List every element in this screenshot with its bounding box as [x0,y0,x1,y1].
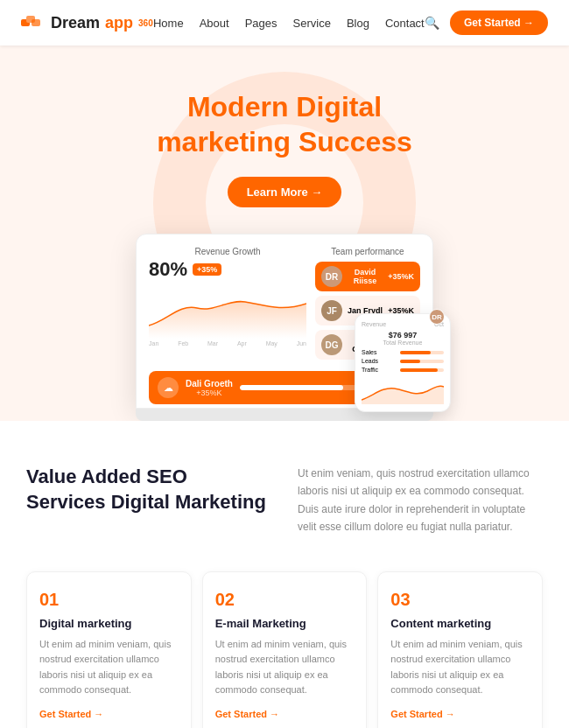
team-name-1: David Riisse [348,268,383,285]
nav-blog[interactable]: Blog [347,17,369,30]
team-label: Team performance [315,247,420,256]
nav-about[interactable]: About [200,17,229,30]
dash-progress-fill [240,385,343,390]
card-link-2[interactable]: Get Started → [215,709,355,719]
card-desc-1: Ut enim ad minim veniam, quis nostrud ex… [39,637,179,698]
logo-sup: 360 [138,18,153,28]
value-heading: Value Added SEO Services Digital Marketi… [26,465,271,514]
revenue-panel: Revenue Growth 80% +35% [149,247,306,364]
phone-item-1: Sales [362,349,444,355]
value-right: Ut enim veniam, quis nostrud exercitatio… [298,465,543,536]
revenue-badge: +35% [193,263,221,276]
phone-sub: Total Revenue [362,340,444,346]
revenue-label: Revenue Growth [149,247,306,256]
nav-home[interactable]: Home [153,17,184,30]
team-avatar-2: JF [321,300,342,321]
service-card-2: 02 E-mail Marketing Ut enim ad minim ven… [202,571,368,728]
logo-text: Dream [51,14,100,32]
nav-right: 🔍 Get Started → [425,10,548,35]
dash-bottom-icon: ☁ [158,377,179,398]
card-link-1[interactable]: Get Started → [39,709,179,719]
logo[interactable]: Dreamapp360 [21,14,153,32]
service-card-3: 03 Content marketing Ut enim ad minim ve… [377,571,543,728]
value-left: Value Added SEO Services Digital Marketi… [26,465,271,514]
card-title-2: E-mail Marketing [215,617,355,630]
svg-rect-2 [32,19,40,26]
logo-icon [21,14,46,32]
nav-pages[interactable]: Pages [245,17,277,30]
card-desc-3: Ut enim ad minim veniam, quis nostrud ex… [390,637,530,698]
nav-service[interactable]: Service [293,17,331,30]
search-icon[interactable]: 🔍 [425,16,439,30]
phone-stat-value: $76 997 [362,331,444,340]
phone-item-3: Traffic [362,367,444,373]
revenue-value: 80% +35% [149,258,306,281]
phone-avatar: DR [429,309,445,325]
phone-items: Sales Leads Traffic [362,349,444,373]
card-num-1: 01 [39,590,179,610]
phone-stat-label: Revenue [362,321,386,327]
hero-learn-more-button[interactable]: Learn More → [228,177,342,207]
card-title-1: Digital marketing [39,617,179,630]
revenue-chart [149,286,306,339]
phone-item-2: Leads [362,358,444,364]
nav-contact[interactable]: Contact [385,17,425,30]
service-cards: 01 Digital marketing Ut enim ad minim ve… [0,563,569,728]
phone-mockup: DR Revenue Oct $76 997 Total Revenue Sal… [355,313,451,412]
team-val-1: +35%K [388,272,414,281]
card-desc-2: Ut enim ad minim veniam, quis nostrud ex… [215,637,355,698]
navbar: Dreamapp360 Home About Pages Service Blo… [0,0,569,46]
dashboard-mockup: Revenue Growth 80% +35% [136,234,433,421]
card-num-2: 02 [215,590,355,610]
logo-app: app [105,14,133,32]
chart-labels: JanFebMarAprMayJun [149,340,306,346]
hero-section: Modern Digital marketing Success Learn M… [0,46,569,421]
value-section: Value Added SEO Services Digital Marketi… [0,421,569,563]
get-started-button[interactable]: Get Started → [450,10,548,35]
card-title-3: Content marketing [390,617,530,630]
hero-title: Modern Digital marketing Success [26,89,543,159]
laptop-screen: Revenue Growth 80% +35% [136,234,433,409]
service-card-1: 01 Digital marketing Ut enim ad minim ve… [26,571,192,728]
team-avatar-3: DG [321,334,342,355]
team-avatar-1: DR [321,266,342,287]
nav-links: Home About Pages Service Blog Contact [153,17,425,30]
phone-chart [362,378,444,404]
card-num-3: 03 [390,590,530,610]
team-item-1: DR David Riisse +35%K [315,262,420,291]
card-link-3[interactable]: Get Started → [390,709,530,719]
dash-bottom-text: Dali Groeth +35%K [186,379,233,397]
